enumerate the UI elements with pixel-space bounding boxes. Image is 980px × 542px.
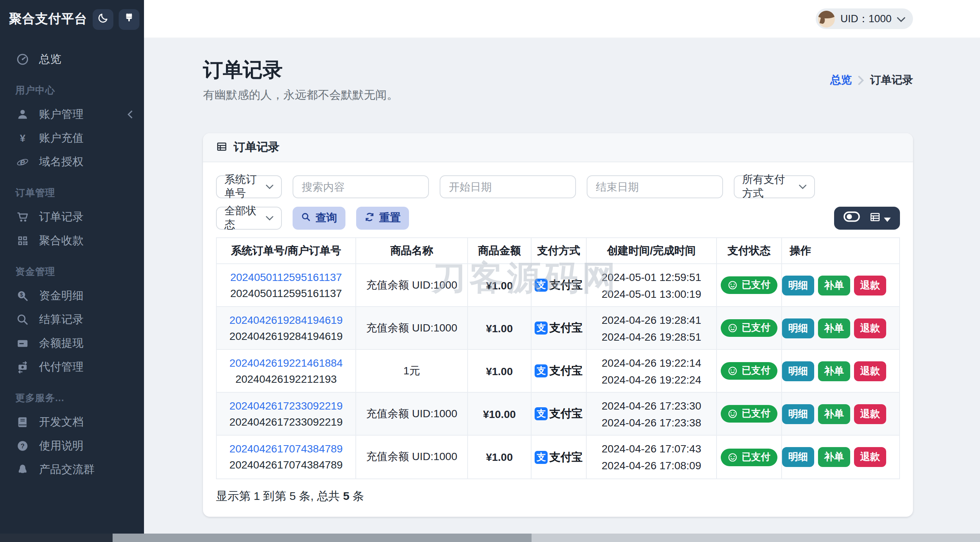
pay-method-name: 支付宝 — [550, 450, 583, 464]
sidebar-item-aggregate-collect[interactable]: 聚合收款 — [0, 229, 144, 253]
detail-button[interactable]: 明细 — [782, 361, 814, 381]
toggle-columns-button[interactable] — [843, 211, 860, 225]
summary-total: 5 — [343, 489, 350, 502]
created-time: 2024-04-26 19:28:41 — [602, 311, 701, 328]
search-icon — [301, 212, 311, 224]
order-no-link[interactable]: 2024042619221461884 — [229, 355, 343, 371]
amount-cell: ¥1.00 — [468, 307, 532, 350]
order-no-link[interactable]: 2024050112595161137 — [230, 269, 342, 285]
reissue-button[interactable]: 补单 — [818, 447, 850, 467]
sidebar-item-domain-auth[interactable]: e 域名授权 — [0, 150, 144, 174]
sidebar-item-payout-manage[interactable]: 代付管理 — [0, 355, 144, 379]
sidebar-item-label: 订单记录 — [39, 210, 83, 224]
completed-time: 2024-04-26 17:23:38 — [602, 414, 701, 431]
sidebar-item-label: 资金明细 — [39, 289, 83, 303]
sidebar-header: 聚合支付平台 — [0, 0, 144, 38]
reset-label: 重置 — [379, 211, 401, 225]
col-header-amount: 商品金额 — [468, 238, 532, 264]
order-no-link[interactable]: 2024042617233092219 — [229, 398, 343, 414]
svg-text:$: $ — [20, 292, 23, 298]
sidebar-section-user: 用户中心 — [0, 71, 144, 103]
scrollbar-thumb[interactable] — [113, 534, 532, 542]
yen-icon: ¥ — [15, 131, 29, 145]
start-date-input[interactable] — [440, 175, 576, 198]
order-no-link[interactable]: 2024042617074384789 — [229, 441, 343, 457]
order-no-cell: 2024042617074384789 2024042617074384789 — [217, 436, 356, 478]
refund-button[interactable]: 退款 — [854, 404, 886, 424]
reissue-button[interactable]: 补单 — [818, 404, 850, 424]
col-header-status: 支付状态 — [717, 238, 782, 264]
sidebar-item-account-manage[interactable]: 账户管理 — [0, 103, 144, 126]
sidebar-item-settlement-records[interactable]: 结算记录 — [0, 308, 144, 331]
detail-button[interactable]: 明细 — [782, 275, 814, 295]
pay-method-name: 支付宝 — [550, 321, 583, 335]
created-time: 2024-04-26 19:22:14 — [602, 354, 701, 371]
product-cell: 充值余额 UID:1000 — [356, 436, 468, 478]
table-row: 2024050112595161137 2024050112595161137 … — [217, 264, 899, 307]
alipay-icon: 支 — [535, 279, 548, 292]
sidebar-item-label: 余额提现 — [39, 336, 83, 351]
status-text: 已支付 — [742, 279, 771, 292]
book-icon — [15, 415, 29, 429]
refund-button[interactable]: 退款 — [854, 318, 886, 338]
sidebar-item-product-group[interactable]: 产品交流群 — [0, 458, 144, 482]
completed-time: 2024-04-26 19:28:51 — [602, 328, 701, 345]
table-icon — [216, 140, 227, 154]
status-value: 全部状态 — [224, 204, 260, 232]
actions-cell: 明细 补单 退款 — [782, 307, 899, 350]
created-time: 2024-05-01 12:59:51 — [602, 268, 701, 285]
end-date-input[interactable] — [587, 175, 723, 198]
col-header-product: 商品名称 — [356, 238, 468, 264]
reissue-button[interactable]: 补单 — [818, 318, 850, 338]
reissue-button[interactable]: 补单 — [818, 275, 850, 295]
user-menu-button[interactable]: UID：1000 — [816, 8, 913, 29]
page-subtitle: 有幽默感的人，永远都不会默默无闻。 — [203, 88, 398, 103]
sidebar: 聚合支付平台 总览 用户中心 账户管理 ¥ 账户充值 — [0, 0, 144, 542]
sidebar-item-dev-docs[interactable]: 开发文档 — [0, 410, 144, 434]
breadcrumb-current: 订单记录 — [870, 73, 913, 87]
query-button[interactable]: 查询 — [293, 207, 345, 230]
sidebar-item-account-recharge[interactable]: ¥ 账户充值 — [0, 126, 144, 150]
sidebar-item-order-records[interactable]: 订单记录 — [0, 205, 144, 229]
svg-text:¥: ¥ — [20, 133, 25, 144]
reissue-button[interactable]: 补单 — [818, 361, 850, 381]
refund-button[interactable]: 退款 — [854, 275, 886, 295]
alipay-icon: 支 — [535, 407, 548, 420]
sidebar-nav: 总览 用户中心 账户管理 ¥ 账户充值 e 域名授权 订单管理 订单记录 — [0, 38, 144, 482]
table-layout-button[interactable] — [869, 211, 891, 225]
topbar: UID：1000 — [144, 0, 980, 38]
reset-button[interactable]: 重置 — [356, 207, 409, 230]
search-input[interactable] — [293, 175, 429, 198]
amount-cell: ¥1.00 — [468, 264, 532, 307]
dark-mode-button[interactable] — [93, 9, 113, 29]
sidebar-item-overview[interactable]: 总览 — [0, 47, 144, 71]
status-select[interactable]: 全部状态 — [216, 207, 282, 230]
pay-method-select[interactable]: 所有支付方式 — [734, 175, 815, 198]
search-icon — [15, 313, 29, 327]
filter-row-1: 系统订单号 所有支付方式 — [216, 175, 900, 198]
status-cell: 已支付 — [717, 307, 782, 350]
sidebar-item-fund-details[interactable]: $ 资金明细 — [0, 284, 144, 308]
horizontal-scrollbar[interactable] — [0, 534, 980, 542]
pay-method-cell: 支 支付宝 — [532, 307, 587, 350]
breadcrumb-home[interactable]: 总览 — [830, 73, 852, 87]
col-header-time: 创建时间/完成时间 — [587, 238, 717, 264]
created-time: 2024-04-26 17:23:30 — [602, 397, 701, 414]
table-view-controls — [834, 207, 900, 230]
time-cell: 2024-04-26 17:23:30 2024-04-26 17:23:38 — [587, 393, 717, 436]
pay-method-cell: 支 支付宝 — [532, 393, 587, 436]
product-cell: 充值余额 UID:1000 — [356, 393, 468, 436]
refund-button[interactable]: 退款 — [854, 361, 886, 381]
detail-button[interactable]: 明细 — [782, 447, 814, 467]
detail-button[interactable]: 明细 — [782, 318, 814, 338]
theme-button[interactable] — [119, 9, 139, 29]
sidebar-item-balance-withdraw[interactable]: 余额提现 — [0, 331, 144, 355]
order-no-link[interactable]: 2024042619284194619 — [229, 312, 343, 328]
chevron-right-icon — [858, 76, 864, 85]
search-type-select[interactable]: 系统订单号 — [216, 175, 282, 198]
sidebar-item-usage-guide[interactable]: ? 使用说明 — [0, 434, 144, 458]
avatar — [818, 10, 835, 27]
detail-button[interactable]: 明细 — [782, 404, 814, 424]
uid-label: UID：1000 — [840, 12, 892, 26]
refund-button[interactable]: 退款 — [854, 447, 886, 467]
